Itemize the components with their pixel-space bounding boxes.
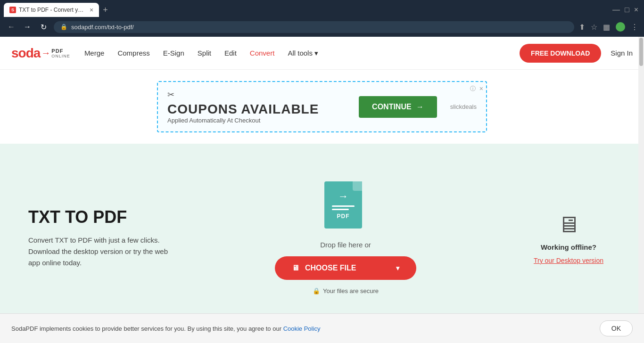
nav-links: Merge Compress E-Sign Split Edit Convert… [84, 49, 510, 57]
lock-icon: 🔒 [60, 24, 67, 30]
page-description: Convert TXT to PDF with just a few click… [28, 235, 170, 269]
pdf-line-1 [332, 205, 355, 207]
all-tools-label: All tools [288, 49, 313, 57]
back-button[interactable]: ← [6, 23, 17, 31]
monitor-icon: 🖥 [292, 264, 299, 272]
secure-label: Your files are secure [323, 287, 379, 294]
maximize-btn[interactable]: □ [625, 6, 629, 14]
pdf-icon-wrapper: → PDF [324, 181, 367, 233]
refresh-button[interactable]: ↻ [38, 23, 49, 32]
scrollbar-thumb[interactable] [639, 38, 643, 66]
nav-compress[interactable]: Compress [117, 49, 149, 57]
slickdeals-logo: slickdeals [450, 103, 477, 110]
drop-text: Drop file here or [320, 241, 371, 249]
nav-esign[interactable]: E-Sign [163, 49, 184, 57]
browser-chrome: S TXT to PDF - Convert your TXT t... × +… [0, 0, 644, 37]
bookmark-icon[interactable]: ☆ [591, 23, 597, 32]
share-icon[interactable]: ⬆ [579, 23, 585, 32]
address-bar: ← → ↻ 🔒 sodapdf.com/txt-to-pdf/ ⬆ ☆ ▦ ⋮ [0, 17, 644, 37]
forward-button[interactable]: → [22, 23, 33, 31]
desktop-monitor-icon: 🖥 [557, 212, 580, 237]
browser-toolbar: ⬆ ☆ ▦ ⋮ [579, 22, 638, 32]
nav-edit[interactable]: Edit [224, 49, 237, 57]
scrollbar[interactable] [638, 37, 644, 332]
nav-convert[interactable]: Convert [250, 49, 275, 57]
right-section: 🖥 Working offline? Try our Desktop versi… [521, 212, 616, 264]
active-tab[interactable]: S TXT to PDF - Convert your TXT t... × [4, 3, 99, 17]
offline-title: Working offline? [541, 243, 596, 251]
choose-file-button[interactable]: 🖥 CHOOSE FILE ▾ [275, 256, 416, 280]
logo-online-text: ONLINE [51, 54, 70, 58]
url-bar[interactable]: 🔒 sodapdf.com/txt-to-pdf/ [54, 21, 574, 33]
lock-green-icon: 🔒 [313, 287, 320, 294]
continue-arrow-icon: → [416, 103, 424, 111]
tab-title: TXT to PDF - Convert your TXT t... [19, 7, 85, 13]
close-btn[interactable]: × [634, 6, 638, 14]
nav-merge[interactable]: Merge [84, 49, 105, 57]
main-content: TXT TO PDF Convert TXT to PDF with just … [0, 144, 644, 332]
pdf-label-text: PDF [337, 213, 350, 220]
menu-icon[interactable]: ⋮ [631, 23, 638, 32]
slickdeals-text: slickdeals [450, 103, 477, 110]
ad-left: ✂ COUPONS AVAILABLE Applied Automaticall… [167, 90, 319, 124]
nav-split[interactable]: Split [198, 49, 211, 57]
tab-close-btn[interactable]: × [90, 6, 93, 14]
window-controls: — □ × [612, 6, 640, 14]
pdf-file-icon: → PDF [324, 181, 362, 229]
sign-in-link[interactable]: Sign In [611, 49, 633, 57]
choose-file-label: CHOOSE FILE [305, 264, 356, 272]
new-tab-button[interactable]: + [103, 5, 108, 15]
chevron-down-icon: ▾ [396, 264, 399, 272]
desktop-version-link[interactable]: Try our Desktop version [534, 257, 603, 264]
page-title: TXT TO PDF [28, 207, 170, 227]
tab-bar: S TXT to PDF - Convert your TXT t... × +… [0, 0, 644, 17]
cookie-text: SodaPDF implements cookies to provide be… [11, 325, 320, 332]
extensions-icon[interactable]: ▦ [603, 23, 610, 32]
cookie-message: SodaPDF implements cookies to provide be… [11, 325, 281, 332]
pdf-line-2 [332, 209, 349, 210]
logo-sub: PDF ONLINE [51, 48, 70, 58]
cookie-ok-button[interactable]: OK [600, 320, 633, 332]
free-download-button[interactable]: FREE DOWNLOAD [520, 44, 601, 63]
scissors-icon: ✂ [167, 90, 319, 100]
center-section: → PDF Drop file here or 🖥 CHOOSE FILE ▾ … [189, 181, 503, 294]
left-section: TXT TO PDF Convert TXT to PDF with just … [28, 207, 170, 269]
continue-label: CONTINUE [372, 103, 412, 111]
cookie-policy-link[interactable]: Cookie Policy [283, 325, 321, 332]
ad-close-button[interactable]: × [479, 85, 483, 92]
tab-favicon: S [9, 7, 16, 13]
logo-pdf-text: PDF [51, 48, 70, 54]
url-text: sodapdf.com/txt-to-pdf/ [71, 24, 134, 31]
chevron-down-icon: ▾ [314, 49, 318, 57]
pdf-arrow-icon: → [338, 190, 348, 203]
cookie-bar: SodaPDF implements cookies to provide be… [0, 313, 644, 332]
profile-icon[interactable] [616, 22, 625, 32]
pdf-lines [332, 205, 355, 210]
navbar: soda → PDF ONLINE Merge Compress E-Sign … [0, 37, 644, 70]
ad-info-icon[interactable]: ⓘ [470, 85, 476, 93]
secure-text: 🔒 Your files are secure [313, 287, 379, 294]
ad-subtitle: Applied Automatically At Checkout [167, 117, 319, 124]
logo[interactable]: soda → PDF ONLINE [11, 46, 70, 61]
logo-arrow-icon: → [41, 48, 50, 58]
ad-banner: ✂ COUPONS AVAILABLE Applied Automaticall… [157, 81, 487, 132]
ad-continue-button[interactable]: CONTINUE → [359, 96, 437, 118]
logo-soda-text: soda [11, 46, 40, 61]
ad-title: COUPONS AVAILABLE [167, 102, 319, 117]
minimize-btn[interactable]: — [612, 6, 620, 14]
nav-all-tools[interactable]: All tools ▾ [288, 49, 318, 57]
